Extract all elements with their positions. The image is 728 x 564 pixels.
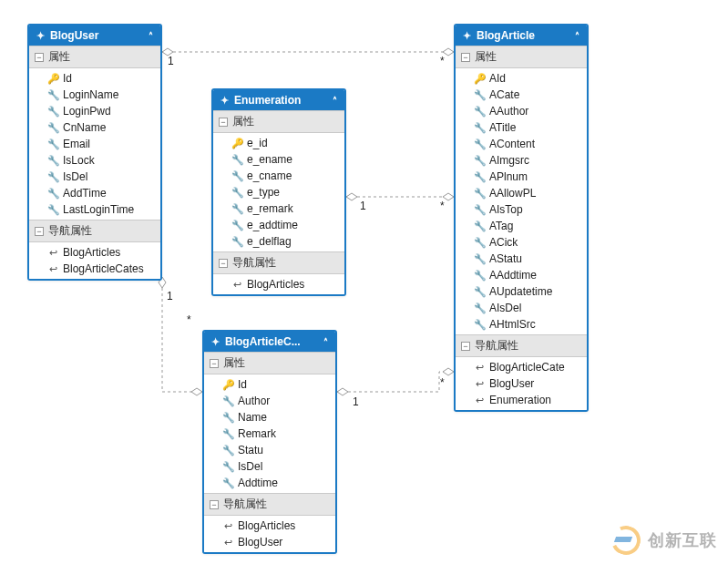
expander-icon[interactable]: − xyxy=(461,342,470,351)
wrench-icon: 🔧 xyxy=(231,187,242,199)
entity-blogarticlecate[interactable]: ✦ BlogArticleC... ˄ − 属性 🔑Id 🔧Author 🔧Na… xyxy=(202,330,337,554)
prop-name[interactable]: 🔧Name xyxy=(204,409,335,426)
prop-atitle[interactable]: 🔧ATitle xyxy=(456,119,587,136)
prop-aauthor[interactable]: 🔧AAuthor xyxy=(456,103,587,119)
key-icon: 🔑 xyxy=(231,138,242,149)
section-label: 导航属性 xyxy=(223,497,267,512)
section-props[interactable]: − 属性 xyxy=(29,46,160,68)
chevron-up-icon[interactable]: ˄ xyxy=(149,31,153,41)
chevron-up-icon[interactable]: ˄ xyxy=(575,31,579,41)
prop-islock[interactable]: 🔧IsLock xyxy=(29,152,160,169)
section-props[interactable]: − 属性 xyxy=(456,46,587,68)
prop-loginpwd[interactable]: 🔧LoginPwd xyxy=(29,103,160,119)
entity-icon: ✦ xyxy=(220,95,229,107)
expander-icon[interactable]: − xyxy=(210,359,219,368)
prop-etype[interactable]: 🔧e_type xyxy=(213,184,344,200)
prop-cnname[interactable]: 🔧CnName xyxy=(29,119,160,136)
section-nav[interactable]: − 导航属性 xyxy=(456,334,587,357)
prop-id[interactable]: 🔑Id xyxy=(29,70,160,87)
entity-title: BlogArticle xyxy=(477,29,569,42)
prop-loginname[interactable]: 🔧LoginName xyxy=(29,87,160,103)
prop-aisdel[interactable]: 🔧AIsDel xyxy=(456,300,587,316)
prop-remark[interactable]: 🔧Remark xyxy=(204,426,335,442)
prop-isdel[interactable]: 🔧IsDel xyxy=(29,169,160,185)
wrench-icon: 🔧 xyxy=(47,138,58,150)
entity-enumeration[interactable]: ✦ Enumeration ˄ − 属性 🔑e_id 🔧e_ename 🔧e_c… xyxy=(211,88,346,296)
prop-eename[interactable]: 🔧e_ename xyxy=(213,151,344,168)
prop-lastlogintime[interactable]: 🔧LastLoginTime xyxy=(29,201,160,218)
entity-header[interactable]: ✦ BlogUser ˄ xyxy=(29,26,160,46)
wrench-icon: 🔧 xyxy=(222,445,233,456)
nav-bloguser[interactable]: ↩BlogUser xyxy=(456,375,587,392)
entity-header[interactable]: ✦ BlogArticleC... ˄ xyxy=(204,332,335,352)
section-nav[interactable]: − 导航属性 xyxy=(29,220,160,242)
wrench-icon: 🔧 xyxy=(231,170,242,182)
prop-aaddtime[interactable]: 🔧AAddtime xyxy=(456,267,587,283)
prop-list: 🔑AId 🔧ACate 🔧AAuthor 🔧ATitle 🔧AContent 🔧… xyxy=(456,68,587,334)
section-nav[interactable]: − 导航属性 xyxy=(213,251,344,274)
nav-list: ↩BlogArticles ↩BlogUser xyxy=(204,516,335,552)
nav-blogarticles[interactable]: ↩BlogArticles xyxy=(29,244,160,261)
prop-acate[interactable]: 🔧ACate xyxy=(456,87,587,103)
wrench-icon: 🔧 xyxy=(47,204,58,216)
nav-blogarticlecates[interactable]: ↩BlogArticleCates xyxy=(29,261,160,277)
expander-icon[interactable]: − xyxy=(210,500,219,509)
prop-aupdatetime[interactable]: 🔧AUpdatetime xyxy=(456,283,587,300)
wrench-icon: 🔧 xyxy=(474,253,485,265)
prop-aplnum[interactable]: 🔧APlnum xyxy=(456,169,587,185)
prop-acick[interactable]: 🔧ACick xyxy=(456,234,587,251)
wrench-icon: 🔧 xyxy=(474,138,485,150)
wrench-icon: 🔧 xyxy=(474,155,485,167)
prop-eremark[interactable]: 🔧e_remark xyxy=(213,200,344,217)
prop-astatu[interactable]: 🔧AStatu xyxy=(456,251,587,267)
chevron-up-icon[interactable]: ˄ xyxy=(333,96,337,106)
nav-icon: ↩ xyxy=(474,362,485,374)
prop-eid[interactable]: 🔑e_id xyxy=(213,135,344,151)
prop-addtime[interactable]: 🔧Addtime xyxy=(204,475,335,491)
nav-icon: ↩ xyxy=(47,247,58,259)
nav-list: ↩BlogArticles ↩BlogArticleCates xyxy=(29,242,160,279)
prop-author[interactable]: 🔧Author xyxy=(204,393,335,409)
expander-icon[interactable]: − xyxy=(35,227,44,236)
wrench-icon: 🔧 xyxy=(47,89,58,101)
nav-blogarticlecate[interactable]: ↩BlogArticleCate xyxy=(456,359,587,375)
section-props[interactable]: − 属性 xyxy=(204,352,335,374)
expander-icon[interactable]: − xyxy=(461,53,470,62)
nav-blogarticles[interactable]: ↩BlogArticles xyxy=(204,518,335,534)
entity-blogarticle[interactable]: ✦ BlogArticle ˄ − 属性 🔑AId 🔧ACate 🔧AAutho… xyxy=(454,24,589,412)
prop-isdel[interactable]: 🔧IsDel xyxy=(204,458,335,475)
expander-icon[interactable]: − xyxy=(35,53,44,62)
wrench-icon: 🔧 xyxy=(474,122,485,134)
section-props[interactable]: − 属性 xyxy=(213,110,344,133)
wrench-icon: 🔧 xyxy=(474,286,485,298)
expander-icon[interactable]: − xyxy=(219,259,228,268)
prop-aallowpl[interactable]: 🔧AAllowPL xyxy=(456,185,587,201)
chevron-up-icon[interactable]: ˄ xyxy=(323,337,328,347)
nav-enumeration[interactable]: ↩Enumeration xyxy=(456,392,587,408)
prop-eaddtime[interactable]: 🔧e_addtime xyxy=(213,217,344,233)
nav-bloguser[interactable]: ↩BlogUser xyxy=(204,534,335,550)
nav-list: ↩BlogArticles xyxy=(213,274,344,294)
expander-icon[interactable]: − xyxy=(219,118,228,127)
prop-ahtmlsrc[interactable]: 🔧AHtmlSrc xyxy=(456,316,587,333)
prop-aid[interactable]: 🔑AId xyxy=(456,70,587,87)
section-nav[interactable]: − 导航属性 xyxy=(204,493,335,516)
entity-bloguser[interactable]: ✦ BlogUser ˄ − 属性 🔑Id 🔧LoginName 🔧LoginP… xyxy=(27,24,162,281)
wrench-icon: 🔧 xyxy=(474,237,485,249)
prop-acontent[interactable]: 🔧AContent xyxy=(456,136,587,152)
prop-ecname[interactable]: 🔧e_cname xyxy=(213,168,344,184)
prop-email[interactable]: 🔧Email xyxy=(29,136,160,152)
section-label: 导航属性 xyxy=(475,338,518,354)
wrench-icon: 🔧 xyxy=(222,428,233,440)
prop-edelflag[interactable]: 🔧e_delflag xyxy=(213,233,344,250)
prop-aistop[interactable]: 🔧AIsTop xyxy=(456,201,587,218)
prop-statu[interactable]: 🔧Statu xyxy=(204,442,335,458)
wrench-icon: 🔧 xyxy=(474,171,485,183)
prop-addtime[interactable]: 🔧AddTime xyxy=(29,185,160,201)
nav-blogarticles[interactable]: ↩BlogArticles xyxy=(213,276,344,292)
prop-id[interactable]: 🔑Id xyxy=(204,376,335,393)
entity-header[interactable]: ✦ Enumeration ˄ xyxy=(213,90,344,110)
prop-atag[interactable]: 🔧ATag xyxy=(456,218,587,234)
prop-aimgsrc[interactable]: 🔧AImgsrc xyxy=(456,152,587,169)
entity-header[interactable]: ✦ BlogArticle ˄ xyxy=(456,26,587,46)
